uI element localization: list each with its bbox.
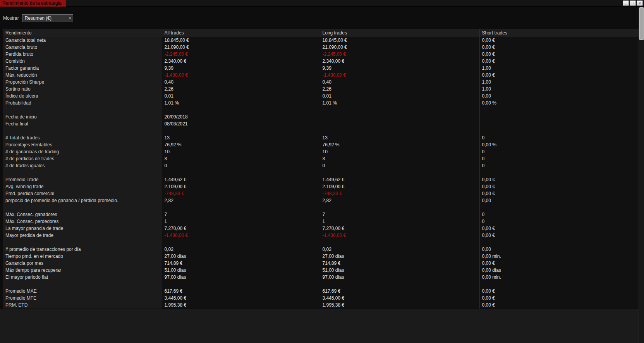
metric-value <box>320 169 479 176</box>
metric-value: 0,00 % <box>479 141 639 148</box>
metric-value <box>479 113 639 120</box>
metric-value: 0,00 % <box>479 99 639 106</box>
metric-value: 21.090,00 € <box>320 44 479 51</box>
metric-value: 0,00 € <box>479 37 639 44</box>
scrollbar-thumb[interactable] <box>639 7 644 40</box>
metric-label: Máx. reducción <box>3 72 162 79</box>
metric-value: 0,00 <box>479 246 639 253</box>
metric-value: 714,89 € <box>162 260 320 267</box>
metric-value: 7.270,00 € <box>162 225 320 232</box>
metric-value: 0,00 € <box>479 225 639 232</box>
metric-value: 76,92 % <box>320 141 479 148</box>
metric-value: 0 <box>162 162 320 169</box>
table-row: Índice de ulcera0,010,010,00 <box>3 93 639 99</box>
metric-value <box>320 106 479 113</box>
table-row: Promedio MAE617,69 €617,69 €0,00 € <box>3 288 639 295</box>
metric-value: 76,92 % <box>162 141 320 148</box>
metric-value: 0,00 € <box>479 260 639 267</box>
metric-value: -2.245,00 € <box>320 51 479 58</box>
metric-label: Probabilidad <box>3 99 162 106</box>
metric-value: 0 <box>479 162 639 169</box>
table-row: Fecha de inicio20/09/2018 <box>3 113 639 120</box>
table-row: # promedio de transacciones por día0,020… <box>3 246 639 253</box>
metric-value: 13 <box>320 134 479 141</box>
metric-value: 1,00 <box>479 86 639 93</box>
vertical-scrollbar[interactable] <box>639 7 644 343</box>
table-row: Promedio MFE3.445,00 €3.445,00 €0,00 € <box>3 295 639 302</box>
table-row <box>3 127 639 134</box>
metric-value: 0 <box>320 162 479 169</box>
metric-value: 0 <box>479 134 639 141</box>
metric-value: 1 <box>320 218 479 225</box>
metric-value: 3.445,00 € <box>162 295 320 302</box>
table-row: Perdida bruto-2.245,00 €-2.245,00 €0,00 … <box>3 51 639 58</box>
metric-label: Factor ganancia <box>3 65 162 72</box>
table-row: Mayor perdida de trade-1.430,00 €-1.430,… <box>3 232 639 239</box>
table-row: # de perdidas de trades330 <box>3 155 639 162</box>
metric-value <box>320 204 479 211</box>
content-background <box>0 309 644 343</box>
metric-value: 51,00 días <box>162 267 320 274</box>
metric-value: 27,00 días <box>320 253 479 260</box>
metric-value <box>162 204 320 211</box>
column-header-all-trades: All trades <box>162 29 320 37</box>
chevron-down-icon: ▼ <box>66 17 72 20</box>
table-header-row: Rendimiento All trades Long trades Short… <box>3 29 639 37</box>
metric-value <box>479 204 639 211</box>
metric-value: 0,00 días <box>479 267 639 274</box>
metric-value: -748,33 € <box>320 190 479 197</box>
metric-value: 617,69 € <box>320 288 479 295</box>
metric-value: 18.845,00 € <box>162 37 320 44</box>
metric-value: 0 <box>479 211 639 218</box>
metric-label <box>3 106 162 113</box>
metric-value <box>479 106 639 113</box>
window-title: Rendimiento de la estrategia <box>0 0 66 7</box>
metric-label: # de trades iguales <box>3 162 162 169</box>
column-header-short-trades: Short trades <box>479 29 639 37</box>
table-row: Comisión2.340,00 €2.340,00 €0,00 € <box>3 58 639 65</box>
table-row: Pmd. perdida comercial-748,33 €-748,33 €… <box>3 190 639 197</box>
table-row <box>3 106 639 113</box>
metric-value: 2.109,00 € <box>320 183 479 190</box>
metric-value: 3 <box>162 155 320 162</box>
metric-value: 3 <box>320 155 479 162</box>
metric-label: # promedio de transacciones por día <box>3 246 162 253</box>
table-row: Probabilidad1,01 %1,01 %0,00 % <box>3 99 639 106</box>
metric-value: 18.845,00 € <box>320 37 479 44</box>
metric-value: 2,26 <box>162 86 320 93</box>
metric-value: 2,82 <box>162 197 320 204</box>
table-row: La mayor ganancia de trade7.270,00 €7.27… <box>3 225 639 232</box>
metric-value: 10 <box>320 148 479 155</box>
metric-label: Avg. winning trade <box>3 183 162 190</box>
metric-value: -1.430,00 € <box>162 72 320 79</box>
metric-label: El mayor periodo flat <box>3 274 162 281</box>
metric-value: 13 <box>162 134 320 141</box>
metric-value: 51,00 días <box>320 267 479 274</box>
metric-value: -748,33 € <box>162 190 320 197</box>
close-button[interactable]: × <box>637 0 643 6</box>
metric-value: 0,00 min. <box>479 253 639 260</box>
table-row: Tiempo pmd. en el mercado27,00 días27,00… <box>3 253 639 260</box>
maximize-button[interactable]: □ <box>630 0 636 6</box>
metric-value <box>479 239 639 246</box>
metric-value: 2.340,00 € <box>320 58 479 65</box>
close-icon: × <box>639 1 641 5</box>
table-row: PRM. ETD1.995,38 €1.995,38 €0,00 € <box>3 302 639 309</box>
metric-value: 2.109,00 € <box>162 183 320 190</box>
minimize-button[interactable]: _ <box>623 0 629 6</box>
metric-label: Mayor perdida de trade <box>3 232 162 239</box>
metric-label: La mayor ganancia de trade <box>3 225 162 232</box>
metric-value: 0 <box>479 218 639 225</box>
metric-value: 0,00 € <box>479 232 639 239</box>
display-mode-dropdown[interactable]: Resumen (€) ▼ <box>22 14 73 22</box>
metric-label: Promedio Trade <box>3 176 162 183</box>
table-row: Avg. winning trade2.109,00 €2.109,00 €0,… <box>3 183 639 190</box>
metric-value <box>320 120 479 127</box>
metric-value <box>162 127 320 134</box>
metric-value: 0,00 € <box>479 44 639 51</box>
metric-label: Fecha final <box>3 120 162 127</box>
table-row: Porcentajes Rentables76,92 %76,92 %0,00 … <box>3 141 639 148</box>
metric-label: Comisión <box>3 58 162 65</box>
metric-value: 0 <box>479 148 639 155</box>
metric-label <box>3 204 162 211</box>
